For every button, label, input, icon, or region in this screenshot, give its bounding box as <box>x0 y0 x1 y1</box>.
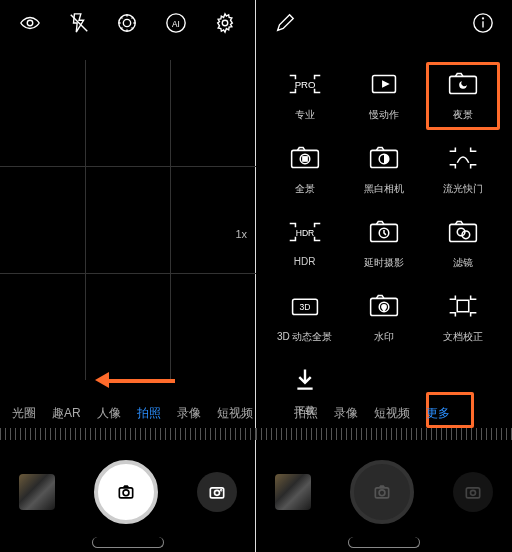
mode-filter[interactable]: 滤镜 <box>429 214 498 270</box>
grid-line <box>0 166 256 167</box>
mode-strip[interactable]: 光圈趣AR人像拍照录像短视频更 <box>0 398 256 428</box>
watermark-icon <box>362 288 406 324</box>
shutter-row <box>0 452 256 532</box>
svg-point-3 <box>124 19 131 26</box>
mode-tab[interactable]: 更多 <box>418 405 458 422</box>
docscan-icon <box>441 288 485 324</box>
mode-label: 滤镜 <box>453 256 473 270</box>
filter-icon <box>441 214 485 250</box>
shutter-button-disabled <box>350 460 414 524</box>
mode-hdr[interactable]: HDRHDR <box>270 214 339 270</box>
mode-label: HDR <box>294 256 316 267</box>
pro-icon: PRO <box>283 66 327 102</box>
grid-line <box>85 60 86 380</box>
nav-handle <box>348 537 420 548</box>
lightpaint-icon <box>441 140 485 176</box>
mode-label: 延时摄影 <box>364 256 404 270</box>
mode-label: 3D 动态全景 <box>277 330 333 344</box>
pano-icon <box>283 140 327 176</box>
zoom-indicator[interactable]: 1x <box>235 228 247 240</box>
svg-point-14 <box>483 18 484 19</box>
settings-icon[interactable] <box>214 12 236 34</box>
svg-point-6 <box>222 20 228 26</box>
svg-text:PRO: PRO <box>294 79 315 90</box>
hdr-icon: HDR <box>283 214 327 250</box>
mode-tab[interactable]: 录像 <box>169 405 209 422</box>
mode-tab[interactable]: 光圈 <box>4 405 44 422</box>
nav-handle <box>92 537 164 548</box>
svg-point-0 <box>28 20 34 26</box>
gallery-thumbnail[interactable] <box>275 474 311 510</box>
download-icon <box>283 362 327 398</box>
svg-point-35 <box>379 490 385 496</box>
edit-pencil-icon[interactable] <box>274 12 296 34</box>
gallery-thumbnail[interactable] <box>19 474 55 510</box>
mode-strip[interactable]: 拍照录像短视频更多 <box>256 398 512 428</box>
mode-label: 黑白相机 <box>364 182 404 196</box>
svg-point-37 <box>470 490 475 495</box>
svg-point-11 <box>220 490 221 491</box>
svg-rect-36 <box>466 488 479 498</box>
mode-label: 全景 <box>295 182 315 196</box>
mode-docscan[interactable]: 文档校正 <box>429 288 498 344</box>
night-icon <box>441 66 485 102</box>
slowmo-icon <box>362 66 406 102</box>
grid-line <box>170 60 171 380</box>
mode-tab[interactable]: 趣AR <box>44 405 89 422</box>
mode-label: 流光快门 <box>443 182 483 196</box>
svg-point-10 <box>214 490 219 495</box>
modes-panel: PRO专业慢动作夜景全景黑白相机流光快门HDRHDR延时摄影滤镜3D3D 动态全… <box>256 0 512 552</box>
svg-rect-33 <box>458 300 469 311</box>
annotation-arrow <box>95 372 175 388</box>
info-icon[interactable] <box>472 12 494 34</box>
switch-camera-button-disabled <box>453 472 493 512</box>
svg-rect-20 <box>302 156 308 162</box>
camera-view: AI 1x 光圈趣AR人像拍照录像短视频更 <box>0 0 256 552</box>
eye-live-icon[interactable] <box>19 12 41 34</box>
mode-label: 慢动作 <box>369 108 399 122</box>
top-toolbar: AI <box>0 0 255 46</box>
svg-text:3D: 3D <box>299 302 310 312</box>
svg-text:AI: AI <box>172 20 180 29</box>
flash-off-icon[interactable] <box>68 12 90 34</box>
mode-tab[interactable]: 拍照 <box>286 405 326 422</box>
mode-pro[interactable]: PRO专业 <box>270 66 339 122</box>
mode-pano3d[interactable]: 3D3D 动态全景 <box>270 288 339 344</box>
switch-camera-button[interactable] <box>197 472 237 512</box>
mode-watermark[interactable]: 水印 <box>349 288 418 344</box>
mode-label: 夜景 <box>453 108 473 122</box>
mode-lightpaint[interactable]: 流光快门 <box>429 140 498 196</box>
mode-slowmo[interactable]: 慢动作 <box>349 66 418 122</box>
mode-night[interactable]: 夜景 <box>429 66 498 122</box>
mode-tab[interactable]: 短视频 <box>366 405 418 422</box>
viewfinder[interactable] <box>0 60 256 380</box>
grid-line <box>0 273 256 274</box>
top-toolbar <box>256 0 512 46</box>
svg-text:HDR: HDR <box>295 228 314 238</box>
mode-ruler[interactable] <box>256 428 512 440</box>
mono-icon <box>362 140 406 176</box>
mode-label: 文档校正 <box>443 330 483 344</box>
mode-tab[interactable]: 拍照 <box>129 405 169 422</box>
ai-mode-icon[interactable]: AI <box>165 12 187 34</box>
mode-label: 专业 <box>295 108 315 122</box>
settings-gear-icon[interactable] <box>116 12 138 34</box>
mode-ruler[interactable] <box>0 428 256 440</box>
shutter-row <box>256 452 512 532</box>
mode-mono[interactable]: 黑白相机 <box>349 140 418 196</box>
svg-point-8 <box>123 490 129 496</box>
mode-label: 水印 <box>374 330 394 344</box>
mode-tab[interactable]: 短视频 <box>209 405 256 422</box>
timelapse-icon <box>362 214 406 250</box>
mode-pano[interactable]: 全景 <box>270 140 339 196</box>
mode-timelapse[interactable]: 延时摄影 <box>349 214 418 270</box>
mode-tab[interactable]: 录像 <box>326 405 366 422</box>
svg-rect-17 <box>450 76 477 93</box>
shutter-button[interactable] <box>94 460 158 524</box>
pano3d-icon: 3D <box>283 288 327 324</box>
mode-tab[interactable]: 人像 <box>89 405 129 422</box>
mode-grid: PRO专业慢动作夜景全景黑白相机流光快门HDRHDR延时摄影滤镜3D3D 动态全… <box>256 66 512 418</box>
